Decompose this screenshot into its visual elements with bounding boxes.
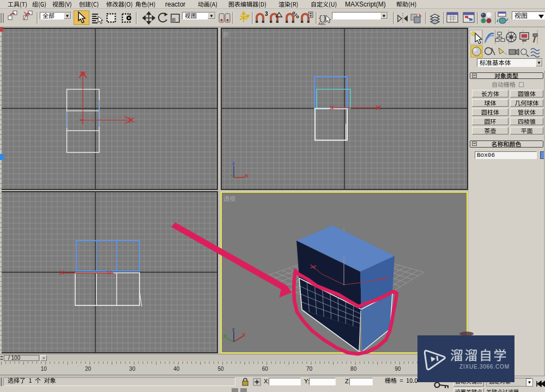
svg-text:ZIXUE.3066.COM: ZIXUE.3066.COM: [459, 364, 510, 370]
